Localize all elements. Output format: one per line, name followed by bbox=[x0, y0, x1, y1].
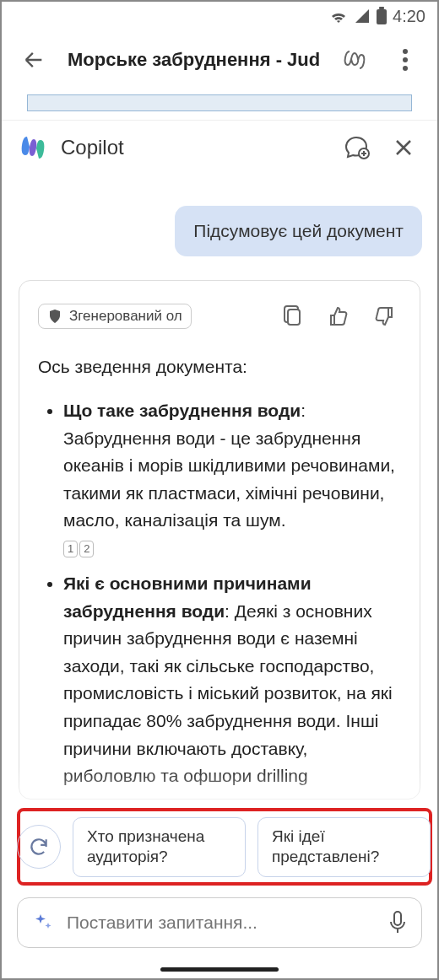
generated-badge[interactable]: Згенерований ол bbox=[38, 304, 192, 329]
battery-icon bbox=[376, 7, 388, 25]
microphone-icon bbox=[389, 911, 406, 934]
document-title: Морське забруднення - Jud( bbox=[68, 49, 321, 71]
suggestion-chip[interactable]: Хто призначена аудиторія? bbox=[73, 817, 246, 877]
refresh-suggestions-button[interactable] bbox=[17, 825, 61, 869]
status-time: 4:20 bbox=[393, 7, 425, 26]
copilot-response-card: Згенерований ол Ось зведення документа: … bbox=[19, 280, 420, 800]
copilot-panel-header: Copilot bbox=[2, 120, 437, 174]
close-panel-button[interactable] bbox=[387, 131, 420, 164]
copilot-outline-icon bbox=[341, 46, 368, 73]
chat-input[interactable] bbox=[67, 913, 376, 933]
suggestion-chip[interactable]: Які ідеї представлені? bbox=[257, 817, 431, 877]
generated-badge-label: Згенерований ол bbox=[69, 308, 182, 325]
new-chat-button[interactable] bbox=[339, 131, 373, 164]
svg-rect-7 bbox=[394, 912, 401, 925]
response-intro: Ось зведення документа: bbox=[38, 357, 401, 377]
refresh-icon bbox=[28, 836, 50, 858]
fade-overlay bbox=[3, 767, 436, 818]
signal-icon bbox=[354, 8, 371, 24]
svg-rect-0 bbox=[377, 9, 387, 24]
thumbs-down-button[interactable] bbox=[367, 299, 401, 333]
svg-point-2 bbox=[403, 49, 408, 54]
document-preview-strip bbox=[2, 94, 437, 120]
arrow-left-icon bbox=[22, 48, 46, 72]
svg-point-3 bbox=[403, 57, 408, 62]
svg-point-4 bbox=[403, 66, 408, 71]
more-options-button[interactable] bbox=[388, 43, 422, 77]
shield-icon bbox=[47, 309, 62, 324]
app-header: Морське забруднення - Jud( bbox=[2, 30, 437, 89]
back-button[interactable] bbox=[17, 43, 51, 77]
reference-badge[interactable]: 2 bbox=[79, 541, 94, 557]
user-message-bubble: Підсумовує цей документ bbox=[175, 206, 422, 256]
svg-rect-1 bbox=[379, 7, 384, 9]
list-item: Що таке забруднення води: Забруднення во… bbox=[63, 397, 401, 562]
copilot-logo-icon bbox=[19, 133, 47, 162]
sparkle-icon bbox=[33, 913, 53, 933]
svg-rect-6 bbox=[288, 310, 300, 325]
mic-button[interactable] bbox=[389, 906, 406, 940]
suggestion-row: Хто призначена аудиторія? Які ідеї предс… bbox=[17, 817, 431, 877]
thumbs-up-button[interactable] bbox=[322, 299, 355, 333]
close-icon bbox=[394, 138, 413, 157]
list-item: Які є основними причинами забруднення во… bbox=[63, 570, 401, 789]
reference-badge[interactable]: 1 bbox=[63, 541, 78, 557]
more-vertical-icon bbox=[403, 49, 408, 71]
response-list: Що таке забруднення води: Забруднення во… bbox=[38, 397, 401, 790]
thumbs-down-icon bbox=[374, 306, 394, 326]
chat-input-bar bbox=[17, 897, 422, 948]
chat-plus-icon bbox=[343, 134, 370, 161]
status-bar: 4:20 bbox=[2, 2, 437, 30]
wifi-icon bbox=[328, 8, 349, 24]
copy-button[interactable] bbox=[276, 299, 310, 333]
thumbs-up-icon bbox=[328, 306, 349, 326]
copilot-header-button[interactable] bbox=[338, 43, 371, 77]
copy-icon bbox=[284, 305, 302, 327]
copilot-title: Copilot bbox=[61, 136, 326, 159]
chat-area: Підсумовує цей документ Згенерований ол bbox=[2, 174, 437, 800]
home-indicator bbox=[160, 967, 279, 972]
